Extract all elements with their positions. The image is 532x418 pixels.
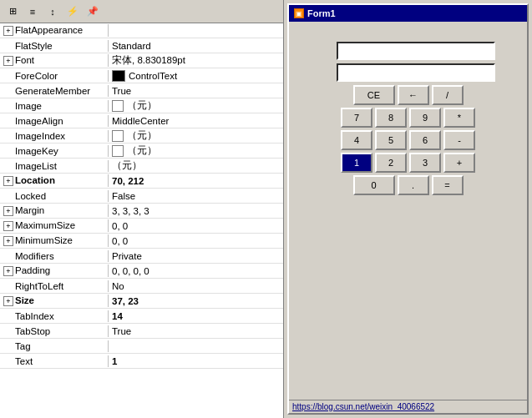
calc-btn-7[interactable]: 7 — [341, 108, 372, 128]
prop-row-text[interactable]: Text 1 — [0, 354, 283, 369]
prop-row-image[interactable]: Image （元） — [0, 98, 283, 113]
prop-value-locked: False — [109, 190, 283, 202]
calc-display-1[interactable] — [337, 42, 495, 60]
calc-btn-6[interactable]: 6 — [409, 130, 441, 150]
form-area: ▣ Form1 CE ← / 7 — [284, 0, 532, 418]
calc-display-2[interactable] — [337, 63, 495, 82]
prop-name-imagekey: ImageKey — [0, 145, 109, 157]
prop-row-imagekey[interactable]: ImageKey （元） — [0, 144, 283, 159]
imageindex-text: （元） — [127, 129, 157, 142]
prop-row-imagelist[interactable]: ImageList （元） — [0, 159, 283, 174]
prop-value-margin: 3, 3, 3, 3 — [109, 205, 283, 217]
expand-icon-font[interactable]: + — [3, 56, 13, 66]
prop-name-imagelist: ImageList — [0, 160, 109, 172]
calc-btn-1[interactable]: 1 — [341, 153, 372, 173]
prop-value-image: （元） — [109, 98, 283, 113]
prop-row-margin[interactable]: +Margin 3, 3, 3, 3 — [0, 204, 283, 219]
calc-row-4: 1 2 3 + — [322, 153, 495, 173]
prop-row-imagealign[interactable]: ImageAlign MiddleCenter — [0, 113, 283, 128]
prop-value-minimumsize: 0, 0 — [109, 235, 283, 247]
form-window: ▣ Form1 CE ← / 7 — [287, 3, 529, 415]
prop-name-minimumsize: +MinimumSize — [0, 234, 109, 247]
prop-value-size: 37, 23 — [109, 295, 283, 307]
prop-name-locked: Locked — [0, 190, 109, 202]
prop-name-padding: +Padding — [0, 264, 109, 277]
prop-value-flatstyle: Standard — [109, 40, 283, 52]
imagekey-text: （元） — [127, 144, 157, 157]
prop-name-margin: +Margin — [0, 204, 109, 217]
imagekey-checkbox — [112, 145, 124, 157]
prop-row-flatstyle[interactable]: FlatStyle Standard — [0, 38, 283, 53]
toolbar-btn-props[interactable]: ↕ — [43, 3, 62, 21]
prop-name-font: +Font — [0, 54, 109, 67]
prop-row-font[interactable]: +Font 宋体, 8.830189pt — [0, 53, 283, 68]
prop-name-tabstop: TabStop — [0, 325, 109, 337]
expand-icon-location[interactable]: + — [3, 176, 13, 186]
calc-btn-9[interactable]: 9 — [409, 108, 441, 128]
calc-btn-decimal[interactable]: . — [398, 175, 429, 195]
prop-value-padding: 0, 0, 0, 0 — [109, 265, 283, 277]
expand-icon-margin[interactable]: + — [3, 206, 13, 216]
prop-row-location[interactable]: +Location 70, 212 — [0, 174, 283, 189]
prop-row-tag[interactable]: Tag — [0, 339, 283, 354]
form-title: Form1 — [307, 8, 522, 18]
prop-value-imagelist: （元） — [109, 159, 283, 173]
calc-btn-2[interactable]: 2 — [375, 153, 407, 173]
calc-btn-8[interactable]: 8 — [375, 108, 407, 128]
forecolor-swatch — [112, 70, 125, 82]
expand-icon-size[interactable]: + — [3, 296, 13, 306]
prop-value-imagealign: MiddleCenter — [109, 115, 283, 127]
prop-name-modifiers: Modifiers — [0, 250, 109, 262]
prop-row-minimumsize[interactable]: +MinimumSize 0, 0 — [0, 234, 283, 249]
prop-value-location: 70, 212 — [109, 175, 283, 187]
toolbar-btn-alphabetical[interactable]: ≡ — [23, 3, 42, 21]
prop-row-righttoleft[interactable]: RightToLeft No — [0, 279, 283, 294]
expand-icon-maximumsize[interactable]: + — [3, 221, 13, 231]
form-body: CE ← / 7 8 9 * 4 5 6 - — [289, 22, 527, 400]
prop-row-maximumsize[interactable]: +MaximumSize 0, 0 — [0, 219, 283, 234]
prop-row-forecolor[interactable]: ForeColor ControlText — [0, 68, 283, 83]
prop-row-locked[interactable]: Locked False — [0, 189, 283, 204]
prop-row-generatemember[interactable]: GenerateMember True — [0, 83, 283, 98]
calc-btn-0[interactable]: 0 — [353, 175, 395, 195]
calculator: CE ← / 7 8 9 * 4 5 6 - — [317, 37, 500, 203]
prop-row-tabstop[interactable]: TabStop True — [0, 324, 283, 339]
prop-value-imageindex: （元） — [109, 128, 283, 143]
calc-btn-subtract[interactable]: - — [443, 130, 475, 150]
calc-btn-add[interactable]: + — [443, 153, 475, 173]
calc-row-2: 7 8 9 * — [322, 108, 495, 128]
prop-value-modifiers: Private — [109, 250, 283, 262]
prop-row-tabindex[interactable]: TabIndex 14 — [0, 309, 283, 324]
prop-name-imagealign: ImageAlign — [0, 115, 109, 127]
prop-row-padding[interactable]: +Padding 0, 0, 0, 0 — [0, 264, 283, 279]
toolbar-btn-pin[interactable]: 📌 — [84, 3, 102, 21]
calc-btn-3[interactable]: 3 — [409, 153, 441, 173]
calc-display-row1 — [322, 42, 495, 60]
calc-btn-divide[interactable]: / — [432, 85, 464, 105]
calc-display-row2 — [322, 63, 495, 82]
calc-row-3: 4 5 6 - — [322, 130, 495, 150]
prop-row-flatappearance[interactable]: +FlatAppearance — [0, 23, 283, 38]
calc-btn-5[interactable]: 5 — [375, 130, 407, 150]
prop-value-forecolor: ControlText — [109, 69, 283, 83]
expand-icon-padding[interactable]: + — [3, 266, 13, 276]
calc-btn-ce[interactable]: CE — [353, 85, 395, 105]
prop-name-forecolor: ForeColor — [0, 70, 109, 82]
prop-value-generatemember: True — [109, 85, 283, 97]
calc-btn-4[interactable]: 4 — [341, 130, 372, 150]
prop-row-size[interactable]: +Size 37, 23 — [0, 294, 283, 309]
prop-row-imageindex[interactable]: ImageIndex （元） — [0, 128, 283, 144]
expand-icon-flatappearance[interactable]: + — [3, 26, 13, 36]
prop-value-righttoleft: No — [109, 280, 283, 292]
prop-name-text: Text — [0, 355, 109, 367]
prop-row-modifiers[interactable]: Modifiers Private — [0, 249, 283, 264]
toolbar-btn-events[interactable]: ⚡ — [63, 3, 82, 21]
properties-panel: ⊞ ≡ ↕ ⚡ 📌 +FlatAppearance FlatStyle Stan… — [0, 0, 284, 418]
toolbar-btn-categorized[interactable]: ⊞ — [3, 3, 22, 21]
expand-icon-minimumsize[interactable]: + — [3, 236, 13, 246]
calc-btn-equals[interactable]: = — [432, 175, 464, 195]
calc-btn-multiply[interactable]: * — [443, 108, 475, 128]
calc-row-5: 0 . = — [322, 175, 495, 195]
prop-value-tabindex: 14 — [109, 310, 283, 322]
calc-btn-backspace[interactable]: ← — [398, 85, 429, 105]
